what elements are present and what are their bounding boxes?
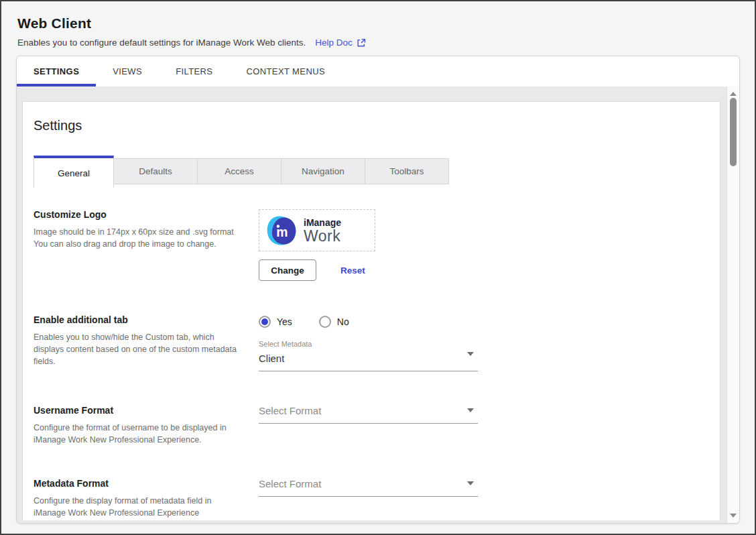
metadata-format-dropdown[interactable]: Select Format <box>259 478 478 497</box>
select-metadata-label: Select Metadata <box>259 340 478 348</box>
help-doc-link[interactable]: Help Doc <box>315 38 366 48</box>
subtab-toolbars[interactable]: Toolbars <box>365 158 449 184</box>
scroll-up-icon[interactable] <box>730 92 737 96</box>
change-logo-button[interactable]: Change <box>259 259 316 281</box>
customize-logo-description: Image should be in 174px x 60px size and… <box>34 226 241 250</box>
enable-additional-tab-title: Enable additional tab <box>34 314 241 325</box>
select-metadata-value: Client <box>259 353 478 364</box>
radio-no-label: No <box>337 316 349 327</box>
dropdown-arrow-icon <box>467 408 474 412</box>
logo-dropzone[interactable]: m iManage Work <box>259 209 375 251</box>
metadata-format-description: Configure the display format of metadata… <box>34 495 241 519</box>
dropdown-arrow-icon <box>467 481 474 485</box>
help-doc-label: Help Doc <box>315 38 353 48</box>
dropdown-arrow-icon <box>467 352 474 356</box>
section-metadata-format: Metadata Format Configure the display fo… <box>34 478 720 519</box>
subtab-general[interactable]: General <box>34 156 114 188</box>
top-tab-bar: SETTINGS VIEWS FILTERS CONTEXT MENUS <box>17 56 739 86</box>
username-format-description: Configure the format of username to be d… <box>34 422 241 446</box>
external-link-icon <box>357 38 366 48</box>
vertical-scrollbar[interactable] <box>727 86 739 523</box>
logo-product-text: Work <box>304 228 341 244</box>
select-metadata-dropdown[interactable]: Select Metadata Client <box>259 340 478 371</box>
username-format-dropdown[interactable]: Select Format <box>259 405 478 424</box>
settings-subtab-bar: General Defaults Access Navigation Toolb… <box>34 156 720 188</box>
tab-settings-label: SETTINGS <box>34 66 79 76</box>
subtab-access-label: Access <box>225 166 254 176</box>
settings-tab-panel: Settings General Defaults Access Navigat… <box>17 86 739 523</box>
metadata-format-placeholder: Select Format <box>259 478 478 489</box>
section-customize-logo: Customize Logo Image should be in 174px … <box>34 209 720 281</box>
reset-logo-link[interactable]: Reset <box>340 265 365 276</box>
section-username-format: Username Format Configure the format of … <box>34 405 720 446</box>
page-title: Web Client <box>17 15 739 32</box>
subtab-defaults-label: Defaults <box>139 166 172 176</box>
subtab-navigation[interactable]: Navigation <box>281 158 365 184</box>
tab-filters-label: FILTERS <box>176 66 212 76</box>
radio-yes[interactable]: Yes <box>259 316 292 328</box>
tab-views-label: VIEWS <box>113 66 142 76</box>
scroll-down-icon[interactable] <box>730 514 737 518</box>
metadata-format-title: Metadata Format <box>34 478 241 489</box>
web-client-card: SETTINGS VIEWS FILTERS CONTEXT MENUS Set… <box>16 56 740 524</box>
radio-no[interactable]: No <box>319 316 349 328</box>
section-enable-additional-tab: Enable additional tab Enables you to sho… <box>34 314 720 371</box>
subtab-access[interactable]: Access <box>198 158 281 184</box>
subtab-defaults[interactable]: Defaults <box>114 158 198 184</box>
radio-no-control <box>319 316 331 328</box>
username-format-placeholder: Select Format <box>259 405 478 416</box>
subtab-navigation-label: Navigation <box>302 166 344 176</box>
page-header: Web Client Enables you to configure defa… <box>1 1 755 48</box>
tab-context-menus[interactable]: CONTEXT MENUS <box>229 56 342 86</box>
tab-filters[interactable]: FILTERS <box>159 56 229 86</box>
radio-yes-control <box>259 316 271 328</box>
scrollbar-thumb[interactable] <box>730 98 737 166</box>
customize-logo-title: Customize Logo <box>34 209 241 220</box>
page-subtitle: Enables you to configure default setting… <box>17 38 306 48</box>
svg-text:m: m <box>276 225 288 239</box>
settings-heading: Settings <box>34 118 720 133</box>
imanage-logo-icon: m <box>265 215 298 247</box>
radio-yes-label: Yes <box>277 316 292 327</box>
tab-views[interactable]: VIEWS <box>96 56 159 86</box>
logo-brand-text: iManage <box>304 217 341 228</box>
tab-settings[interactable]: SETTINGS <box>17 56 96 86</box>
subtab-general-label: General <box>58 168 90 178</box>
subtab-toolbars-label: Toolbars <box>389 166 424 176</box>
tab-context-menus-label: CONTEXT MENUS <box>246 66 325 76</box>
username-format-title: Username Format <box>34 405 241 416</box>
settings-inner-panel: Settings General Defaults Access Navigat… <box>22 101 720 520</box>
enable-additional-tab-description: Enables you to show/hide the Custom tab,… <box>34 331 241 367</box>
